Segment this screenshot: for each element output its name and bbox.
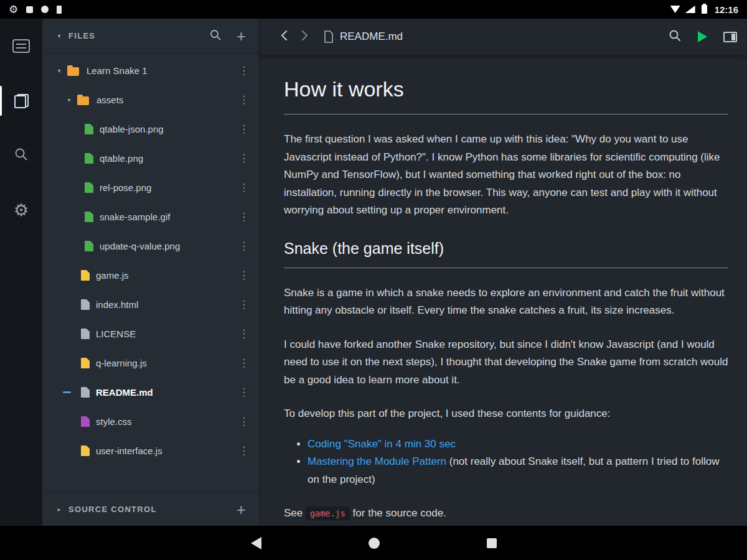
tree-item-file[interactable]: q-learning.js ⋮ <box>42 348 260 378</box>
more-options-icon[interactable]: ⋮ <box>238 444 247 457</box>
search-icon <box>14 147 29 164</box>
tree-item-label: LICENSE <box>96 329 136 339</box>
javascript-file-icon <box>81 270 90 281</box>
add-file-icon[interactable]: + <box>237 28 246 44</box>
file-tree: ▾ Learn Snake 1 ⋮ ▾ assets ⋮ qtable-json… <box>42 54 260 492</box>
rail-item-settings[interactable]: ⚙ <box>0 193 42 228</box>
folder-icon <box>67 67 79 76</box>
doc-bullet-list: Coding "Snake" in 4 min 30 sec Mastering… <box>284 436 728 489</box>
tree-item-file[interactable]: rel-pose.png ⋮ <box>42 173 260 202</box>
activity-rail: ⚙ <box>0 19 42 526</box>
rail-item-menu[interactable] <box>0 29 42 63</box>
android-recents-button[interactable] <box>487 538 497 548</box>
files-panel-header[interactable]: ▾ FILES + <box>42 19 260 54</box>
chevron-down-icon[interactable]: ▾ <box>65 96 73 103</box>
document-icon <box>324 30 334 43</box>
more-options-icon[interactable]: ⋮ <box>238 240 247 253</box>
gear-icon: ⚙ <box>14 202 29 219</box>
tree-item-file[interactable]: qtable-json.png ⋮ <box>42 114 260 144</box>
more-options-icon[interactable]: ⋮ <box>238 415 247 428</box>
cell-signal-icon <box>685 6 695 13</box>
editor-header: README.md <box>260 19 747 55</box>
rail-item-search[interactable] <box>0 138 42 173</box>
add-repo-icon[interactable]: + <box>237 502 246 518</box>
file-icon <box>81 299 90 310</box>
link-module-pattern[interactable]: Mastering the Module Pattern <box>308 455 446 467</box>
css-file-icon <box>81 416 90 427</box>
drawer-icon <box>12 39 30 53</box>
link-coding-snake[interactable]: Coding "Snake" in 4 min 30 sec <box>308 438 456 450</box>
tree-item-label: game.js <box>96 270 129 281</box>
tree-item-file[interactable]: update-q-value.png ⋮ <box>42 231 260 261</box>
android-nav-bar <box>0 526 747 560</box>
tree-item-file[interactable]: LICENSE ⋮ <box>42 319 260 348</box>
divider <box>284 268 728 268</box>
editor-pane: README.md How it works The first questio… <box>260 19 747 526</box>
source-control-title: SOURCE CONTROL <box>68 505 157 514</box>
panel-toggle-icon[interactable] <box>723 32 737 42</box>
markdown-preview: How it works The first question I was as… <box>260 55 747 526</box>
image-file-icon <box>85 212 93 222</box>
forward-icon[interactable] <box>298 28 311 45</box>
files-sidebar: ▾ FILES + ▾ Learn Snake 1 ⋮ ▾ <box>42 19 260 526</box>
back-icon[interactable] <box>278 28 291 45</box>
more-options-icon[interactable]: ⋮ <box>238 210 247 223</box>
chevron-down-icon[interactable]: ▾ <box>55 67 63 74</box>
tree-item-folder[interactable]: ▾ Learn Snake 1 ⋮ <box>42 56 260 85</box>
see-text-suffix: for the source code. <box>350 507 446 519</box>
more-options-icon[interactable]: ⋮ <box>238 64 247 77</box>
tree-item-label: qtable-json.png <box>100 124 164 134</box>
open-file-title: README.md <box>340 30 403 43</box>
search-files-icon[interactable] <box>209 29 222 44</box>
more-options-icon[interactable]: ⋮ <box>238 386 247 399</box>
more-options-icon[interactable]: ⋮ <box>238 152 247 165</box>
file-icon <box>81 387 90 398</box>
tree-item-file[interactable]: snake-sample.gif ⋮ <box>42 202 260 231</box>
tree-item-label: index.html <box>96 299 138 310</box>
chevron-right-icon[interactable]: ▸ <box>55 506 63 513</box>
files-icon <box>14 94 29 108</box>
doc-paragraph: The first question I was asked when I ca… <box>284 131 728 220</box>
tree-item-file[interactable]: user-interface.js ⋮ <box>42 436 260 465</box>
doc-paragraph-see: See game.js for the source code. <box>284 505 728 523</box>
file-icon <box>81 329 90 339</box>
more-options-icon[interactable]: ⋮ <box>238 123 247 136</box>
doc-paragraph: Snake is a game in which a snake needs t… <box>284 284 728 320</box>
tree-item-file-active[interactable]: README.md ⋮ <box>42 378 260 407</box>
chevron-down-icon[interactable]: ▾ <box>55 32 63 39</box>
tree-item-label: Learn Snake 1 <box>87 65 148 76</box>
android-home-button[interactable] <box>369 538 380 549</box>
tablet-screen: ⚙ 12:16 ⚙ <box>0 0 747 560</box>
tree-item-file[interactable]: qtable.png ⋮ <box>42 144 260 173</box>
wifi-icon <box>670 6 680 13</box>
image-file-icon <box>85 182 93 193</box>
search-in-file-icon[interactable] <box>668 29 682 45</box>
rail-item-files[interactable] <box>0 83 42 118</box>
tree-item-label: assets <box>96 95 123 105</box>
tree-item-label: qtable.png <box>100 153 143 164</box>
tree-item-file[interactable]: style.css ⋮ <box>42 407 260 436</box>
more-options-icon[interactable]: ⋮ <box>238 298 247 311</box>
divider <box>284 114 728 114</box>
inline-code-gamejs: game.js <box>306 506 350 520</box>
circle-notification-icon <box>41 6 49 13</box>
tree-item-label: rel-pose.png <box>100 182 151 193</box>
tree-item-file[interactable]: index.html ⋮ <box>42 290 260 319</box>
list-item: Coding "Snake" in 4 min 30 sec <box>308 436 728 454</box>
tree-item-label: q-learning.js <box>96 358 147 368</box>
android-back-button[interactable] <box>251 537 261 549</box>
image-file-icon <box>85 241 93 251</box>
more-options-icon[interactable]: ⋮ <box>238 327 247 340</box>
more-options-icon[interactable]: ⋮ <box>238 269 247 282</box>
tree-item-folder[interactable]: ▾ assets ⋮ <box>42 85 260 114</box>
run-button[interactable] <box>698 31 707 42</box>
system-status-icons: 12:16 <box>670 4 738 15</box>
doc-h2: Snake (the game itself) <box>284 240 728 258</box>
more-options-icon[interactable]: ⋮ <box>238 357 247 370</box>
more-options-icon[interactable]: ⋮ <box>238 181 247 194</box>
active-file-indicator <box>63 391 71 393</box>
source-control-header[interactable]: ▸ SOURCE CONTROL + <box>42 492 260 526</box>
more-options-icon[interactable]: ⋮ <box>238 93 247 106</box>
tree-item-file[interactable]: game.js ⋮ <box>42 261 260 290</box>
settings-notification-icon: ⚙ <box>9 4 18 15</box>
